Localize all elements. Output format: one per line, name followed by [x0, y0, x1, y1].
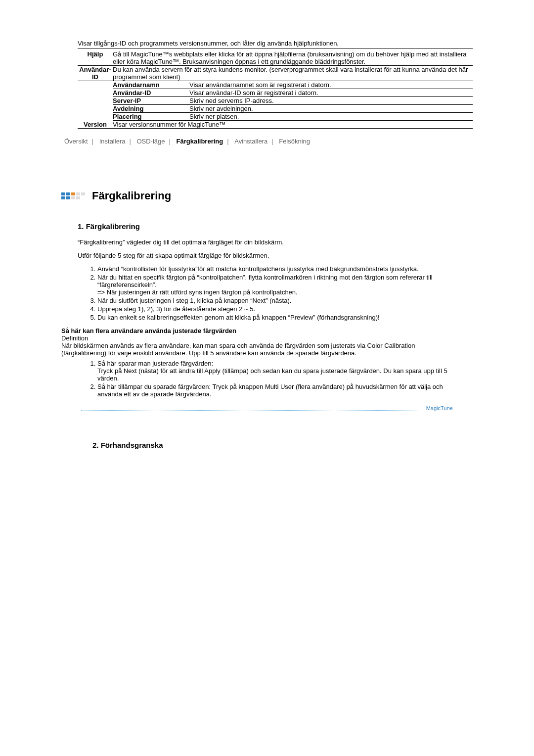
subheading-1: 1. Färgkalibrering — [78, 222, 453, 231]
sub-body-username: Visar användarnamnet som är registrerat … — [189, 81, 473, 89]
tab-uninstall[interactable]: Avinstallera — [231, 138, 270, 145]
section-title: Färgkalibrering — [92, 189, 171, 202]
multi-item: Så här sparar man justerade färgvärden: … — [97, 360, 453, 382]
colorbar-icon — [61, 192, 85, 199]
multi-item: Så här tillämpar du sparade färgvärden: … — [97, 383, 453, 398]
sub-body-serverip: Skriv ned serverns IP-adress. — [189, 97, 473, 105]
subheading-2: 2. Förhandsgranska — [92, 441, 453, 449]
row-label-userid: Användar-ID — [78, 66, 113, 81]
step-item: Använd “kontrollisten för ljusstyrka”för… — [97, 265, 453, 273]
sub-label-serverip: Server-IP — [113, 97, 189, 105]
multi-para: När bildskärmen används av flera använda… — [61, 342, 453, 357]
tab-nav: Översikt| Installera| OSD-läge| Färgkali… — [61, 138, 473, 145]
para-2: Utför följande 5 steg för att skapa opti… — [78, 252, 453, 259]
multi-list: Så här sparar man justerade färgvärden: … — [78, 360, 453, 398]
sub-label-loc: Placering — [113, 113, 189, 121]
info-table: Hjälp Gå till MagicTune™s webbplats elle… — [61, 50, 473, 129]
multi-def: Definition — [61, 334, 453, 342]
intro-text: Visar tillgångs-ID och programmets versi… — [78, 40, 473, 48]
row-label-help: Hjälp — [78, 50, 113, 66]
tab-overview[interactable]: Översikt — [61, 138, 91, 145]
step-item: När du slutfört justeringen i steg 1, kl… — [97, 297, 453, 304]
row-body-userid: Du kan använda servern för att styra kun… — [113, 66, 473, 81]
tab-trouble[interactable]: Felsökning — [276, 138, 313, 145]
row-body-version: Visar versionsnummer för MagicTune™ — [113, 121, 473, 129]
sub-body-dept: Skriv ner avdelningen. — [189, 105, 473, 113]
para-1: “Färgkalibrering” vägleder dig till det … — [78, 238, 453, 246]
sub-label-userid: Användar-ID — [113, 89, 189, 97]
sub-label-username: Användarnamn — [113, 81, 189, 89]
row-label-version: Version — [78, 121, 113, 129]
row-body-help: Gå till MagicTune™s webbplats eller klic… — [113, 50, 473, 66]
step-item: Du kan enkelt se kalibreringseffekten ge… — [97, 314, 453, 321]
tab-install[interactable]: Installera — [96, 138, 129, 145]
tab-color[interactable]: Färgkalibrering — [174, 138, 226, 145]
section-header: Färgkalibrering — [61, 189, 473, 202]
divider-icon — [81, 410, 417, 411]
multi-user-block: Så här kan flera användare använda juste… — [61, 327, 453, 411]
sub-label-dept: Avdelning — [113, 105, 189, 113]
multi-title: Så här kan flera användare använda juste… — [61, 327, 453, 334]
steps-list: Använd “kontrollisten för ljusstyrka”för… — [78, 265, 453, 321]
sub-body-userid: Visar användar-ID som är registrerat i d… — [189, 89, 473, 97]
sub-body-loc: Skriv ner platsen. — [189, 113, 473, 121]
step-item: När du hittat en specifik färgton på “ko… — [97, 274, 453, 296]
magictune-logo: MagicTune — [426, 405, 453, 411]
tab-osd[interactable]: OSD-läge — [134, 138, 168, 145]
step-item: Upprepa steg 1), 2), 3) för de återståen… — [97, 305, 453, 313]
